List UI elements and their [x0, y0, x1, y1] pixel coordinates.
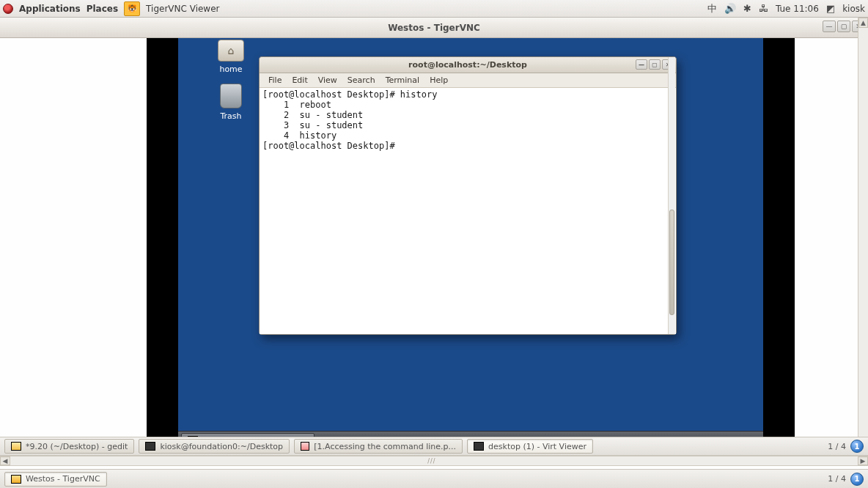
gedit-icon: [11, 442, 21, 451]
menu-terminal[interactable]: Terminal: [381, 74, 424, 86]
trash-desktop-icon[interactable]: Trash: [209, 84, 253, 121]
volume-icon[interactable]: 🔊: [724, 3, 736, 14]
task-virt-viewer-label: desktop (1) - Virt Viewer: [488, 442, 586, 451]
scroll-up-icon[interactable]: ▲: [858, 18, 868, 28]
host-taskbar-lower: Westos - TigerVNC 1 / 4 1: [0, 469, 868, 488]
vnc-titlebar[interactable]: Westos - TigerVNC — ▢ ✕: [0, 18, 868, 38]
vnc-viewer-window: Westos - TigerVNC — ▢ ✕ ⌂ home Trash: [0, 18, 868, 465]
tigervnc-app-icon[interactable]: 🐯: [124, 1, 140, 16]
applications-menu[interactable]: Applications: [19, 4, 81, 14]
vnc-letterbox-left: [147, 38, 178, 448]
task-terminal[interactable]: kiosk@foundation0:~/Desktop: [139, 439, 290, 454]
active-app-label: TigerVNC Viewer: [146, 4, 219, 14]
terminal-window: root@localhost:~/Desktop — ▢ ✕ File Edit…: [259, 56, 677, 335]
user-menu[interactable]: kiosk: [842, 4, 865, 14]
task-virt-viewer[interactable]: desktop (1) - Virt Viewer: [467, 439, 593, 454]
home-label: home: [209, 64, 253, 74]
vnc-body: ⌂ home Trash root@localhost:~/Desktop — …: [0, 38, 868, 465]
hscroll-grip-icon[interactable]: ///: [417, 458, 446, 464]
terminal-icon: [145, 442, 155, 451]
terminal-scroll-thumb[interactable]: [669, 210, 674, 315]
workspace-switcher-icon-2[interactable]: 1: [850, 473, 864, 486]
pdf-icon: [301, 442, 309, 451]
terminal-menubar: File Edit View Search Terminal Help: [260, 73, 676, 88]
hscroll-track[interactable]: ///: [10, 457, 858, 465]
bluetooth-icon[interactable]: ✱: [743, 3, 751, 14]
tigervnc-icon: [11, 475, 21, 484]
places-menu[interactable]: Places: [87, 4, 118, 14]
task-gedit[interactable]: *9.20 (~/Desktop) - gedit: [4, 439, 134, 454]
host-taskbar-upper: *9.20 (~/Desktop) - gedit kiosk@foundati…: [0, 437, 868, 456]
user-icon[interactable]: ◩: [826, 3, 835, 14]
menu-file[interactable]: File: [264, 74, 286, 86]
task-terminal-label: kiosk@foundation0:~/Desktop: [160, 442, 283, 451]
trash-icon: [220, 84, 242, 108]
clock[interactable]: Tue 11:06: [776, 4, 819, 14]
scroll-left-icon[interactable]: ◀: [0, 456, 10, 465]
terminal-titlebar[interactable]: root@localhost:~/Desktop — ▢ ✕: [260, 57, 676, 73]
menu-search[interactable]: Search: [343, 74, 380, 86]
vnc-vertical-scrollbar[interactable]: ▲ ▼: [858, 18, 868, 465]
task-pdf-label: [1.Accessing the command line.p...: [314, 442, 456, 451]
remote-desktop[interactable]: ⌂ home Trash root@localhost:~/Desktop — …: [178, 38, 763, 448]
terminal-title: root@localhost:~/Desktop: [408, 60, 527, 70]
distro-logo-icon: [3, 4, 13, 14]
menu-help[interactable]: Help: [425, 74, 452, 86]
terminal-scrollbar[interactable]: [668, 57, 675, 334]
host-workspace-indicator-2[interactable]: 1 / 4: [828, 474, 846, 484]
network-icon[interactable]: 🖧: [759, 3, 768, 14]
terminal-body[interactable]: [root@localhost Desktop]# history 1 rebo…: [260, 88, 676, 334]
host-horizontal-scrollbar[interactable]: ◀ /// ▶: [0, 456, 868, 466]
host-workspace-indicator-1[interactable]: 1 / 4: [828, 442, 846, 451]
top-panel: Applications Places 🐯 TigerVNC Viewer 中 …: [0, 0, 868, 18]
virt-viewer-icon: [474, 442, 484, 451]
scroll-right-icon[interactable]: ▶: [858, 456, 868, 465]
task-tigervnc[interactable]: Westos - TigerVNC: [4, 472, 107, 487]
vnc-letterbox-right: [763, 38, 795, 448]
menu-view[interactable]: View: [314, 74, 342, 86]
workspace-switcher-icon[interactable]: 1: [850, 440, 864, 453]
input-method-icon[interactable]: 中: [707, 2, 717, 15]
task-pdf[interactable]: [1.Accessing the command line.p...: [294, 439, 463, 454]
terminal-minimize-button[interactable]: —: [636, 59, 647, 70]
terminal-maximize-button[interactable]: ▢: [649, 59, 661, 70]
task-gedit-label: *9.20 (~/Desktop) - gedit: [26, 442, 128, 451]
home-icon: ⌂: [218, 40, 244, 62]
task-tigervnc-label: Westos - TigerVNC: [26, 474, 100, 484]
maximize-button[interactable]: ▢: [837, 21, 850, 32]
vnc-title: Westos - TigerVNC: [388, 23, 480, 33]
minimize-button[interactable]: —: [823, 21, 836, 32]
menu-edit[interactable]: Edit: [287, 74, 312, 86]
trash-label: Trash: [209, 111, 253, 121]
home-desktop-icon[interactable]: ⌂ home: [209, 40, 253, 74]
